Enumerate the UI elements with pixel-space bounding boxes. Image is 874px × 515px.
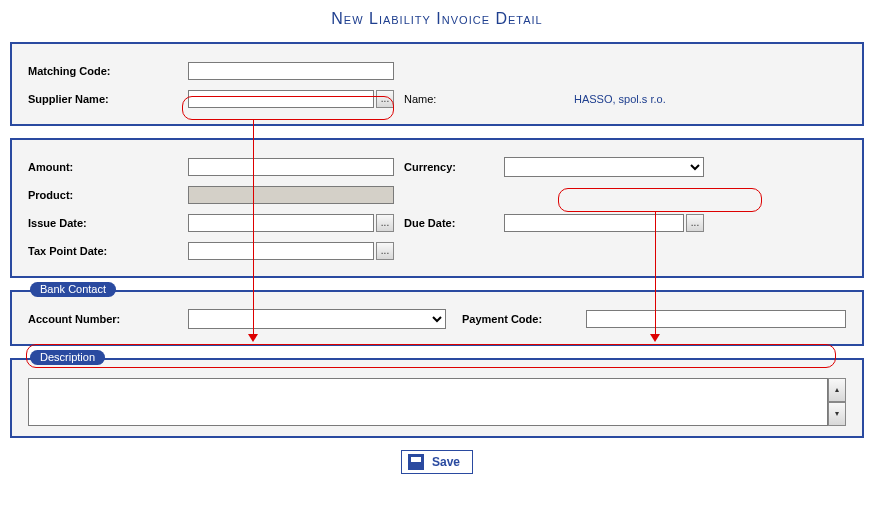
supplier-resolved-name: HASSO, spol.s r.o. (504, 93, 666, 105)
panel-identity: Matching Code: Supplier Name: ... Name: … (10, 42, 864, 126)
panel-description: Description ▴ ▾ (10, 358, 864, 438)
panel-bank-contact: Bank Contact Account Number: Payment Cod… (10, 290, 864, 346)
payment-code-label: Payment Code: (446, 313, 586, 325)
bank-contact-legend: Bank Contact (30, 282, 116, 297)
spin-down-button[interactable]: ▾ (828, 402, 846, 426)
account-number-label: Account Number: (28, 313, 188, 325)
spin-up-button[interactable]: ▴ (828, 378, 846, 402)
amount-label: Amount: (28, 161, 188, 173)
save-button[interactable]: Save (401, 450, 473, 474)
save-button-label: Save (432, 455, 460, 469)
account-number-select[interactable] (188, 309, 446, 329)
page-title: New Liability Invoice Detail (10, 10, 864, 28)
panel-amounts: Amount: Currency: Product: Issue Date: .… (10, 138, 864, 278)
description-textarea[interactable] (28, 378, 828, 426)
due-date-input[interactable] (504, 214, 684, 232)
payment-code-input[interactable] (586, 310, 846, 328)
matching-code-input[interactable] (188, 62, 394, 80)
supplier-name-input[interactable] (188, 90, 374, 108)
product-label: Product: (28, 189, 188, 201)
product-input (188, 186, 394, 204)
description-legend: Description (30, 350, 105, 365)
description-spinner: ▴ ▾ (828, 378, 846, 426)
tax-point-input[interactable] (188, 242, 374, 260)
issue-date-label: Issue Date: (28, 217, 188, 229)
tax-point-label: Tax Point Date: (28, 245, 188, 257)
save-icon (408, 454, 424, 470)
supplier-name-label: Supplier Name: (28, 93, 188, 105)
due-date-picker-button[interactable]: ... (686, 214, 704, 232)
matching-code-label: Matching Code: (28, 65, 188, 77)
issue-date-picker-button[interactable]: ... (376, 214, 394, 232)
tax-point-picker-button[interactable]: ... (376, 242, 394, 260)
currency-label: Currency: (394, 161, 504, 173)
name-label: Name: (394, 93, 504, 105)
currency-select[interactable] (504, 157, 704, 177)
supplier-lookup-button[interactable]: ... (376, 90, 394, 108)
amount-input[interactable] (188, 158, 394, 176)
due-date-label: Due Date: (394, 217, 504, 229)
issue-date-input[interactable] (188, 214, 374, 232)
